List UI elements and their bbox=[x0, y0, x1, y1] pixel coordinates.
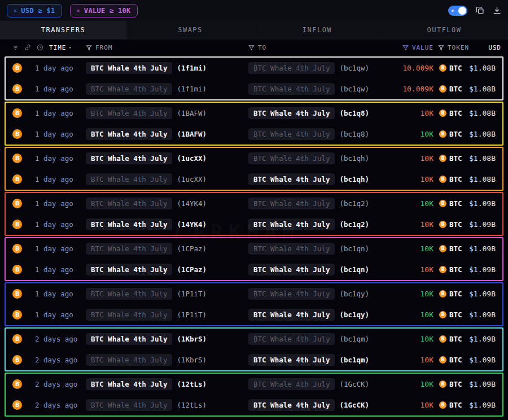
clock-icon[interactable] bbox=[37, 44, 43, 51]
token-cell[interactable]: BBTC bbox=[433, 244, 465, 253]
from-entity-address: (1ucXX) bbox=[177, 175, 207, 183]
token-cell[interactable]: BBTC bbox=[433, 401, 465, 409]
to-entity-link[interactable]: BTC Whale 4th July(bc1qw) bbox=[248, 83, 389, 95]
to-entity-link[interactable]: BTC Whale 4th July(1GcCK) bbox=[248, 378, 389, 390]
to-entity-link[interactable]: BTC Whale 4th July(bc1q2) bbox=[248, 198, 389, 209]
from-entity-link[interactable]: BTC Whale 4th July(1f1mi) bbox=[86, 62, 248, 74]
to-entity-link[interactable]: BTC Whale 4th July(bc1qh) bbox=[248, 152, 389, 164]
from-entity-name: BTC Whale 4th July bbox=[86, 378, 172, 390]
to-entity-name: BTC Whale 4th July bbox=[248, 152, 335, 164]
to-entity-link[interactable]: BTC Whale 4th July(bc1qh) bbox=[248, 173, 389, 185]
from-entity-link[interactable]: BTC Whale 4th July(1ucXX) bbox=[86, 173, 248, 185]
header-token[interactable]: TOKEN bbox=[433, 44, 465, 51]
to-entity-name: BTC Whale 4th July bbox=[248, 198, 335, 209]
from-entity-link[interactable]: BTC Whale 4th July(1ucXX) bbox=[86, 152, 248, 164]
filter-chip-usd[interactable]: ✕ USD ≥ $1 bbox=[7, 4, 62, 18]
token-cell[interactable]: BBTC bbox=[433, 265, 465, 274]
from-entity-link[interactable]: BTC Whale 4th July(1CPaz) bbox=[86, 243, 248, 255]
download-icon[interactable] bbox=[493, 6, 501, 15]
transfer-row[interactable]: B1 day agoBTC Whale 4th July(1ucXX)BTC W… bbox=[6, 169, 502, 190]
token-cell[interactable]: BBTC bbox=[433, 310, 465, 319]
btc-token-icon: B bbox=[439, 130, 446, 138]
tab-swaps[interactable]: SWAPS bbox=[127, 21, 254, 39]
token-cell[interactable]: BBTC bbox=[433, 64, 465, 72]
transfer-row[interactable]: B1 day agoBTC Whale 4th July(1P1iT)BTC W… bbox=[6, 304, 502, 325]
header-to[interactable]: TO bbox=[248, 44, 389, 51]
btc-token-icon: B bbox=[439, 110, 446, 117]
from-entity-name: BTC Whale 4th July bbox=[86, 173, 172, 185]
to-entity-link[interactable]: BTC Whale 4th July(bc1qy) bbox=[248, 288, 389, 300]
from-entity-address: (12tLs) bbox=[177, 380, 207, 388]
from-entity-link[interactable]: BTC Whale 4th July(1BAFW) bbox=[86, 128, 248, 140]
funnel-icon bbox=[402, 45, 409, 51]
token-cell[interactable]: BBTC bbox=[433, 154, 465, 163]
transfer-row[interactable]: B1 day agoBTC Whale 4th July(1f1mi)BTC W… bbox=[6, 78, 502, 99]
transfer-row[interactable]: B1 day agoBTC Whale 4th July(1CPaz)BTC W… bbox=[6, 259, 502, 280]
transfer-row[interactable]: B2 days agoBTC Whale 4th July(1KbrS)BTC … bbox=[6, 329, 502, 349]
token-cell[interactable]: BBTC bbox=[433, 199, 465, 208]
header-value[interactable]: VALUE bbox=[389, 44, 433, 51]
transfer-row[interactable]: B1 day agoBTC Whale 4th July(14YK4)BTC W… bbox=[6, 214, 502, 235]
transfer-row[interactable]: B2 days agoBTC Whale 4th July(12tLs)BTC … bbox=[6, 374, 502, 395]
token-cell[interactable]: BBTC bbox=[433, 380, 465, 388]
transfer-row[interactable]: B1 day agoBTC Whale 4th July(1CPaz)BTC W… bbox=[6, 238, 502, 259]
from-entity-link[interactable]: BTC Whale 4th July(1BAFW) bbox=[86, 107, 248, 119]
token-cell[interactable]: BBTC bbox=[433, 109, 465, 117]
header-usd[interactable]: USD bbox=[465, 44, 501, 51]
to-entity-link[interactable]: BTC Whale 4th July(bc1q2) bbox=[248, 218, 389, 230]
btc-token-icon: B bbox=[439, 380, 446, 388]
transfer-row[interactable]: B1 day agoBTC Whale 4th July(14YK4)BTC W… bbox=[6, 193, 502, 214]
copy-icon[interactable] bbox=[476, 6, 484, 15]
from-entity-link[interactable]: BTC Whale 4th July(1KbrS) bbox=[86, 333, 248, 345]
token-cell[interactable]: BBTC bbox=[433, 220, 465, 229]
to-entity-link[interactable]: BTC Whale 4th July(bc1qm) bbox=[248, 354, 389, 366]
tab-transfers[interactable]: TRANSFERS bbox=[0, 21, 127, 39]
usd-value: $1.09B bbox=[465, 356, 496, 364]
remove-filter-icon[interactable]: ✕ bbox=[14, 7, 17, 14]
token-cell[interactable]: BBTC bbox=[433, 290, 465, 298]
from-entity-link[interactable]: BTC Whale 4th July(1CPaz) bbox=[86, 264, 248, 275]
token-label: BTC bbox=[449, 130, 462, 138]
to-entity-link[interactable]: BTC Whale 4th July(bc1qm) bbox=[248, 333, 389, 345]
from-entity-link[interactable]: BTC Whale 4th July(1P1iT) bbox=[86, 309, 248, 321]
tab-inflow[interactable]: INFLOW bbox=[254, 21, 381, 39]
from-entity-link[interactable]: BTC Whale 4th July(12tLs) bbox=[86, 399, 248, 411]
from-entity-link[interactable]: BTC Whale 4th July(1KbrS) bbox=[86, 354, 248, 366]
transfer-row[interactable]: B2 days agoBTC Whale 4th July(12tLs)BTC … bbox=[6, 395, 502, 415]
remove-filter-icon[interactable]: ✕ bbox=[77, 7, 80, 14]
to-entity-link[interactable]: BTC Whale 4th July(bc1qn) bbox=[248, 243, 389, 255]
from-entity-link[interactable]: BTC Whale 4th July(1P1iT) bbox=[86, 288, 248, 300]
from-entity-link[interactable]: BTC Whale 4th July(1f1mi) bbox=[86, 83, 248, 95]
to-entity-address: (bc1qw) bbox=[339, 64, 369, 72]
link-icon[interactable] bbox=[24, 44, 31, 51]
transfer-row[interactable]: B1 day agoBTC Whale 4th July(1ucXX)BTC W… bbox=[6, 148, 502, 169]
from-entity-link[interactable]: BTC Whale 4th July(12tLs) bbox=[86, 378, 248, 390]
to-entity-link[interactable]: BTC Whale 4th July(bc1qy) bbox=[248, 309, 389, 321]
token-cell[interactable]: BBTC bbox=[433, 175, 465, 183]
table-header-left: TIME ▾ bbox=[12, 44, 86, 51]
token-cell[interactable]: BBTC bbox=[433, 335, 465, 343]
filter-chip-value[interactable]: ✕ VALUE ≥ 10K bbox=[70, 4, 138, 18]
header-time[interactable]: TIME ▾ bbox=[49, 44, 72, 51]
to-entity-link[interactable]: BTC Whale 4th July(bc1qw) bbox=[248, 62, 389, 74]
transfer-row[interactable]: B1 day agoBTC Whale 4th July(1BAFW)BTC W… bbox=[6, 124, 502, 145]
transfer-row[interactable]: B1 day agoBTC Whale 4th July(1P1iT)BTC W… bbox=[6, 283, 502, 304]
token-label: BTC bbox=[449, 175, 462, 183]
to-entity-link[interactable]: BTC Whale 4th July(1GcCK) bbox=[248, 399, 389, 411]
transfer-value: 10K bbox=[389, 154, 433, 163]
from-entity-link[interactable]: BTC Whale 4th July(14YK4) bbox=[86, 218, 248, 230]
transfer-row[interactable]: B1 day agoBTC Whale 4th July(1BAFW)BTC W… bbox=[6, 103, 502, 124]
token-cell[interactable]: BBTC bbox=[433, 85, 465, 93]
transfer-row[interactable]: B2 days agoBTC Whale 4th July(1KbrS)BTC … bbox=[6, 349, 502, 370]
to-entity-link[interactable]: BTC Whale 4th July(bc1q8) bbox=[248, 107, 389, 119]
transfer-row[interactable]: B1 day agoBTC Whale 4th July(1f1mi)BTC W… bbox=[6, 58, 502, 78]
to-entity-link[interactable]: BTC Whale 4th July(bc1q8) bbox=[248, 128, 389, 140]
token-cell[interactable]: BBTC bbox=[433, 356, 465, 364]
theme-toggle[interactable] bbox=[448, 6, 467, 16]
token-cell[interactable]: BBTC bbox=[433, 130, 465, 138]
filter-lines-icon[interactable] bbox=[12, 45, 19, 51]
from-entity-link[interactable]: BTC Whale 4th July(14YK4) bbox=[86, 198, 248, 209]
tab-outflow[interactable]: OUTFLOW bbox=[381, 21, 508, 39]
to-entity-link[interactable]: BTC Whale 4th July(bc1qn) bbox=[248, 264, 389, 275]
header-from[interactable]: FROM bbox=[86, 44, 248, 51]
